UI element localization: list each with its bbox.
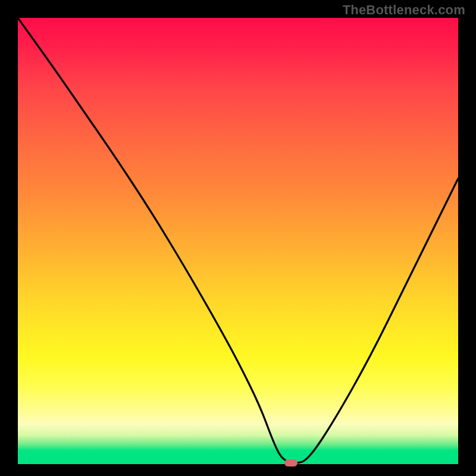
bottleneck-curve xyxy=(18,18,458,464)
curve-path xyxy=(18,18,458,463)
watermark-text: TheBottleneck.com xyxy=(343,2,465,18)
chart-container: TheBottleneck.com xyxy=(0,0,476,476)
plot-area xyxy=(18,18,458,464)
minimum-marker xyxy=(284,459,298,466)
